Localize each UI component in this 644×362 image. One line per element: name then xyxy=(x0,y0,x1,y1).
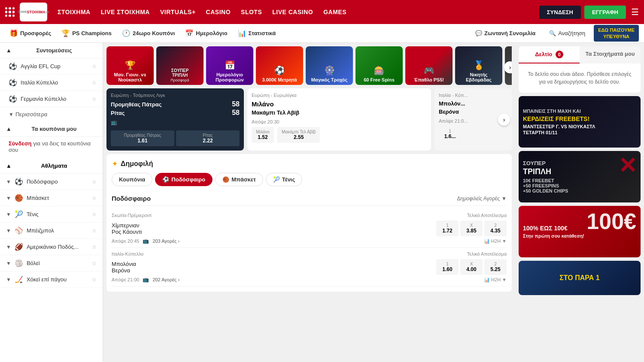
sidebar-sport-basketball[interactable]: ▼ 🏀 Μπάσκετ ☆ xyxy=(0,190,103,206)
match-card-1[interactable]: Ευρώπη - Τσάμπιονς Λιγκ Προμηθέας Πάτρας… xyxy=(106,88,244,151)
gift-icon: 🎁 xyxy=(9,29,18,37)
logo[interactable]: GAME STOIXIMA .gr xyxy=(20,3,47,21)
nav-virtuals[interactable]: VIRTUALS+ xyxy=(160,9,196,15)
banner-tripla-line2: ΤΡΙΠΛΗ xyxy=(523,167,551,176)
match-card-2[interactable]: Ευρώπη - Ευρωλίγκα Μιλάνο Μακάμπι Τελ Αβ… xyxy=(247,88,431,151)
content-area: 🏆 Μαν. Γιουν. vs Νιούκαστλ ΣΟΥΠΕΡΤΡΙΠΛΗΠ… xyxy=(103,43,515,362)
clock-icon: 🕐 xyxy=(122,29,131,37)
nav-casino[interactable]: CASINO xyxy=(206,9,231,15)
banner-ps-line3: ΜΑΝΤΣΕΣΤΕΡ Γ. VS ΝΙΟΥΚΑΣΤΛ xyxy=(523,124,595,129)
chevron-down-icon: ▼ xyxy=(502,277,507,282)
basketball-icon: 🏀 xyxy=(15,194,23,202)
sidebar-sport-volleyball[interactable]: ▼ 🏐 Βόλεϊ ☆ xyxy=(0,255,103,272)
promo-card-ps-champions[interactable]: 🏆 Μαν. Γιουν. vs Νιούκαστλ xyxy=(106,46,154,85)
banner-ps-line1: ΜΠΑΙΝΕΙΣ ΣΤΗ ΜΑΧΗ ΚΑΙ xyxy=(523,109,581,114)
login-button[interactable]: ΣΥΝΔΕΣΗ xyxy=(539,6,581,19)
promo-card-offer[interactable]: 📅 Ημερολόγιο Προσφορών xyxy=(206,46,253,85)
wheel-icon: 🎡 xyxy=(324,65,335,75)
nav-links: ΣΤΟΙΧΗΜΑ LIVE ΣΤΟΙΧΗΜΑ VIRTUALS+ CASINO … xyxy=(58,9,536,15)
grid-icon[interactable] xyxy=(5,7,15,17)
my-coupons-header[interactable]: ▲ Τα κουπόνια μου xyxy=(0,121,103,137)
live-chat-button[interactable]: 💬 Ζωντανή Συνομιλία xyxy=(470,27,541,39)
match1-odd-1[interactable]: 1 1.72 xyxy=(436,220,459,236)
match1-odd-2[interactable]: 2 4.35 xyxy=(484,220,507,236)
register-button[interactable]: ΕΓΓΡΑΦΗ xyxy=(584,6,626,19)
match2-odd-1[interactable]: 1 1.60 xyxy=(436,259,459,275)
sidebar-item-england-efl[interactable]: ⚽ Αγγλία EFL Cup ☆ xyxy=(0,58,103,75)
match2-odd-x[interactable]: Χ 4.00 xyxy=(460,259,483,275)
nav-stoixima[interactable]: ΣΤΟΙΧΗΜΑ xyxy=(58,9,91,15)
odd-button-milan[interactable]: Μιλάνο 1.52 xyxy=(252,127,274,143)
promo-cards: 🏆 Μαν. Γιουν. vs Νιούκαστλ ΣΟΥΠΕΡΤΡΙΠΛΗΠ… xyxy=(106,46,512,85)
star-icon: ☆ xyxy=(92,228,97,234)
tab-kouponia[interactable]: Κουπόνια xyxy=(112,173,152,186)
money-icon: ⚽ xyxy=(274,65,285,75)
h2h-button-1[interactable]: 📊 H2H ▼ xyxy=(484,238,507,244)
chat-icon: 💬 xyxy=(475,30,482,36)
banner-tripla[interactable]: ✕ ΣΟΥΠΕΡ ΤΡΙΠΛΗ 10€ FREEBET +50 FREESPIN… xyxy=(519,151,641,202)
shortcuts-header[interactable]: ▲ Συντομεύσεις xyxy=(0,43,103,58)
sidebar-sport-ice-hockey[interactable]: ▼ 🏒 Χόκεϊ επί πάγου ☆ xyxy=(0,272,103,288)
subnav-imerologio[interactable]: 📅 Ημερολόγιο xyxy=(181,27,231,40)
promo-card-ps5[interactable]: 🎮 Έπαθλο PS5! xyxy=(405,46,453,85)
banner-para1[interactable]: ΣΤΟ ΠΑΡΑ 1 xyxy=(519,261,641,295)
chevron-down-icon: ▼ xyxy=(501,196,507,202)
subnav-24wro[interactable]: 🕐 24ωρο Κουπόνι xyxy=(118,27,179,40)
odd-button-team1[interactable]: Προμηθέας Πάτρας 1.61 xyxy=(111,130,174,146)
betslip-tab-deltion[interactable]: Δελτίο 0 xyxy=(519,46,580,63)
nav-games[interactable]: GAMES xyxy=(323,9,346,15)
subnav-statistika[interactable]: 📊 Στατιστικά xyxy=(234,27,280,40)
chevron-down-icon: ▼ xyxy=(6,179,11,185)
chevron-down-icon: ▼ xyxy=(6,195,11,201)
beizbol-icon: ⚾ xyxy=(15,226,23,235)
betslip-tab-my-bets[interactable]: Τα Στοιχήματά μου xyxy=(580,46,641,63)
chevron-down-icon: ▼ xyxy=(6,228,11,234)
promo-card-magikos[interactable]: 🎡 Μαγικός Τροχός xyxy=(306,46,353,85)
match-row-1: Σκωτία-Πρέμιερσιπ Τελικό Αποτέλεσμα Χίμπ… xyxy=(112,209,507,248)
sub-nav-left: 🎁 Προσφορές 🏆 PS Champions 🕐 24ωρο Κουπό… xyxy=(5,27,280,40)
odd-button-maccabi[interactable]: Μακάμπι Τελ Αβίβ 2.55 xyxy=(277,127,320,143)
tab-tennis[interactable]: 🎾 Τένις xyxy=(266,173,302,186)
sidebar-item-italy-cup[interactable]: ⚽ Ιταλία Κύπελλο ☆ xyxy=(0,75,103,91)
hamburger-button[interactable]: ☰ xyxy=(631,7,639,17)
subnav-ps-champions[interactable]: 🏆 PS Champions xyxy=(57,27,116,40)
sidebar-more-shortcuts[interactable]: ▼ Περισσότερα xyxy=(0,107,103,121)
tab-football[interactable]: ⚽ Ποδόσφαιρο xyxy=(155,173,213,186)
nav-live-stoixima[interactable]: LIVE ΣΤΟΙΧΗΜΑ xyxy=(101,9,150,15)
tab-basket[interactable]: 🏀 Μπάσκετ xyxy=(215,173,263,186)
match1-odd-x[interactable]: Χ 3.85 xyxy=(460,220,483,236)
star-icon: ☆ xyxy=(92,63,97,69)
match-cards-next-button[interactable]: › xyxy=(498,114,510,126)
sidebar-sport-football[interactable]: ▼ ⚽ Ποδόσφαιρο ☆ xyxy=(0,174,103,190)
banner-ps-champions[interactable]: ΜΠΑΙΝΕΙΣ ΣΤΗ ΜΑΧΗ ΚΑΙ ΚΕΡΔΙΖΕΙΣ FREEBETS… xyxy=(519,96,641,148)
login-link[interactable]: Σύνδεση xyxy=(9,140,32,147)
ps5-icon: 🎮 xyxy=(424,65,434,75)
winner-icon: 🏅 xyxy=(474,60,484,70)
chart-icon: 📊 xyxy=(238,29,246,37)
sidebar-sport-tennis[interactable]: ▼ 🎾 Τένις ☆ xyxy=(0,206,103,223)
sidebar-sport-american-football[interactable]: ▼ 🏈 Αμερικάνικο Ποδός... ☆ xyxy=(0,239,103,255)
banner-100[interactable]: 100€ 100% ΕΩΣ 100€ Στην πρώτη σου κατάθε… xyxy=(519,206,641,257)
search-button[interactable]: 🔍 Αναζήτηση xyxy=(544,27,590,39)
sports-header[interactable]: ▲ Αθλήματα xyxy=(0,158,103,174)
promo-cards-wrapper: 🏆 Μαν. Γιουν. vs Νιούκαστλ ΣΟΥΠΕΡΤΡΙΠΛΗΠ… xyxy=(106,46,512,88)
promo-card-nikitis[interactable]: 🏅 Νικητής Εβδομάδας xyxy=(455,46,502,85)
banner-tripla-line4: +50 FREESPINS xyxy=(523,183,559,188)
subnav-prosfores[interactable]: 🎁 Προσφορές xyxy=(5,27,55,40)
sidebar-item-germany-cup[interactable]: ⚽ Γερμανία Κύπελλο ☆ xyxy=(0,91,103,107)
chevron-up-icon: ▲ xyxy=(6,47,12,54)
volleyball-icon: 🏐 xyxy=(15,259,23,267)
odd-button-team2[interactable]: Ρίτας 2.22 xyxy=(176,130,240,146)
nav-slots[interactable]: SLOTS xyxy=(241,9,262,15)
sidebar-sport-beizbol[interactable]: ▼ ⚾ Μπέιζμπολ ☆ xyxy=(0,223,103,239)
odd-button-partial[interactable]: 1 1.6... xyxy=(439,126,461,142)
chevron-down-icon: ▼ xyxy=(6,244,11,250)
promo-card-super-tripla[interactable]: ΣΟΥΠΕΡΤΡΙΠΛΗΠροσφορά xyxy=(156,46,204,85)
nav-live-casino[interactable]: LIVE CASINO xyxy=(272,9,313,15)
promo-card-free-spins[interactable]: 🎰 60 Free Spins xyxy=(355,46,403,85)
h2h-button-2[interactable]: 📊 H2H ▼ xyxy=(484,277,507,283)
promo-card-3000[interactable]: ⚽ 3.000€ Μετρητά xyxy=(256,46,303,85)
logo-area[interactable]: GAME STOIXIMA .gr xyxy=(20,3,47,21)
match2-odd-2[interactable]: 2 5.25 xyxy=(484,259,507,275)
popular-section: ✦ Δημοφιλή Κουπόνια ⚽ Ποδόσφαιρο 🏀 Μπάσκ… xyxy=(106,154,512,292)
